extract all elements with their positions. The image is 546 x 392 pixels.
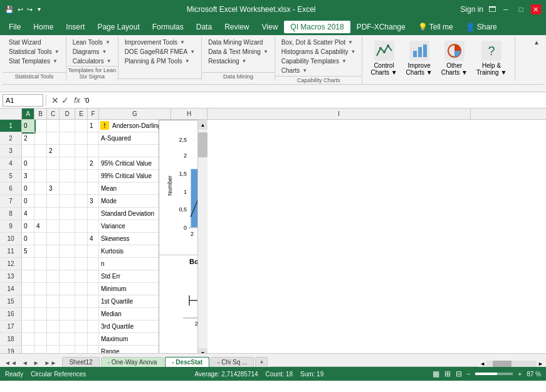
cell-f15[interactable] bbox=[88, 295, 99, 308]
menu-review[interactable]: Review bbox=[218, 21, 255, 33]
cell-a13[interactable] bbox=[22, 270, 34, 283]
cell-b8[interactable] bbox=[34, 208, 47, 220]
cell-d3[interactable] bbox=[60, 145, 75, 157]
zoom-slider[interactable] bbox=[475, 373, 513, 375]
scroll-track[interactable] bbox=[198, 130, 207, 348]
cell-d9[interactable] bbox=[60, 220, 75, 233]
cell-f6[interactable] bbox=[88, 183, 99, 195]
cell-a17[interactable] bbox=[22, 320, 34, 333]
cell-e19[interactable] bbox=[75, 346, 88, 353]
cell-c10[interactable] bbox=[47, 233, 60, 245]
cell-e1[interactable] bbox=[75, 120, 88, 132]
cell-c3[interactable]: 2 bbox=[47, 145, 60, 157]
cell-b3[interactable] bbox=[34, 145, 47, 157]
cell-c16[interactable] bbox=[47, 308, 60, 320]
improve-charts-button[interactable]: ImproveCharts ▼ bbox=[403, 39, 436, 78]
row-num-13[interactable]: 13 bbox=[0, 270, 21, 283]
lean-tools-button[interactable]: Lean Tools ▼ bbox=[69, 38, 115, 47]
menu-view[interactable]: View bbox=[256, 21, 285, 33]
cell-e11[interactable] bbox=[75, 245, 88, 258]
statistical-tools-button[interactable]: Statistical Tools ▼ bbox=[5, 47, 63, 56]
cell-b15[interactable] bbox=[34, 295, 47, 308]
improvement-tools-button[interactable]: Improvement Tools ▼ bbox=[121, 38, 199, 47]
cell-d14[interactable] bbox=[60, 283, 75, 295]
capability-templates-button[interactable]: Capability Templates ▼ bbox=[278, 56, 360, 66]
menu-insert[interactable]: Insert bbox=[60, 21, 91, 33]
menu-page-layout[interactable]: Page Layout bbox=[91, 21, 145, 33]
cell-c7[interactable] bbox=[47, 195, 60, 208]
cell-a11[interactable]: 5 bbox=[22, 245, 34, 258]
row-num-7[interactable]: 7 bbox=[0, 195, 21, 208]
cell-f1[interactable]: 1 bbox=[88, 120, 99, 132]
formula-cancel-button[interactable]: ✕ bbox=[51, 95, 59, 105]
cell-f16[interactable] bbox=[88, 308, 99, 320]
data-text-mining-button[interactable]: Data & Text Mining ▼ bbox=[204, 47, 272, 56]
scroll-down-button[interactable]: ▼ bbox=[198, 348, 207, 353]
cell-c12[interactable] bbox=[47, 258, 60, 270]
row-num-14[interactable]: 14 bbox=[0, 283, 21, 295]
cell-a3[interactable] bbox=[22, 145, 34, 157]
cell-d11[interactable] bbox=[60, 245, 75, 258]
data-mining-wizard-button[interactable]: Data Mining Wizard bbox=[204, 38, 272, 47]
maximize-button[interactable]: □ bbox=[516, 4, 526, 14]
cell-e4[interactable] bbox=[75, 157, 88, 170]
cell-e17[interactable] bbox=[75, 320, 88, 333]
cell-a5[interactable]: 3 bbox=[22, 170, 34, 183]
cell-f11[interactable] bbox=[88, 245, 99, 258]
row-num-11[interactable]: 11 bbox=[0, 245, 21, 258]
cell-f14[interactable] bbox=[88, 283, 99, 295]
col-header-d[interactable]: D bbox=[60, 109, 75, 119]
row-num-17[interactable]: 17 bbox=[0, 320, 21, 333]
vertical-scrollbar[interactable]: ▲ ▼ bbox=[197, 120, 207, 353]
cell-f10[interactable]: 4 bbox=[88, 233, 99, 245]
cell-f9[interactable] bbox=[88, 220, 99, 233]
undo-icon[interactable]: ↩ bbox=[18, 6, 23, 14]
cell-a15[interactable] bbox=[22, 295, 34, 308]
normal-view-button[interactable]: ▦ bbox=[433, 369, 439, 378]
cell-b1[interactable] bbox=[34, 120, 47, 132]
cell-d6[interactable] bbox=[60, 183, 75, 195]
cell-c5[interactable] bbox=[47, 170, 60, 183]
cell-d15[interactable] bbox=[60, 295, 75, 308]
box-dot-scatter-button[interactable]: Box, Dot & Scatter Plot ▼ bbox=[278, 38, 360, 47]
close-button[interactable]: ✕ bbox=[531, 4, 541, 14]
cell-c1[interactable] bbox=[47, 120, 60, 132]
cell-d16[interactable] bbox=[60, 308, 75, 320]
cell-d8[interactable] bbox=[60, 208, 75, 220]
doe-button[interactable]: DOE GageR&R FMEA ▼ bbox=[121, 47, 199, 56]
cell-b19[interactable] bbox=[34, 346, 47, 353]
cell-a10[interactable]: 0 bbox=[22, 233, 34, 245]
customize-icon[interactable]: ▼ bbox=[36, 6, 42, 13]
cell-f8[interactable] bbox=[88, 208, 99, 220]
cell-b13[interactable] bbox=[34, 270, 47, 283]
menu-share[interactable]: 👤 Share bbox=[459, 21, 503, 33]
row-num-12[interactable]: 12 bbox=[0, 258, 21, 270]
cell-a16[interactable] bbox=[22, 308, 34, 320]
cell-c6[interactable]: 3 bbox=[47, 183, 60, 195]
cell-f19[interactable] bbox=[88, 346, 99, 353]
menu-home[interactable]: Home bbox=[27, 21, 60, 33]
cell-c14[interactable] bbox=[47, 283, 60, 295]
save-icon[interactable]: 💾 bbox=[5, 6, 14, 14]
formula-input[interactable] bbox=[83, 97, 543, 104]
cell-b6[interactable] bbox=[34, 183, 47, 195]
other-charts-button[interactable]: OtherCharts ▼ bbox=[438, 39, 471, 78]
menu-qi-macros[interactable]: QI Macros 2018 bbox=[284, 21, 350, 33]
restacking-button[interactable]: Restacking ▼ bbox=[204, 56, 272, 66]
cell-b7[interactable] bbox=[34, 195, 47, 208]
col-header-g[interactable]: G bbox=[99, 109, 171, 119]
cell-a18[interactable] bbox=[22, 333, 34, 346]
col-header-chart-area[interactable]: I bbox=[207, 109, 471, 119]
cell-a2[interactable]: 2 bbox=[22, 132, 34, 145]
col-header-b[interactable]: B bbox=[34, 109, 47, 119]
cell-e7[interactable] bbox=[75, 195, 88, 208]
col-header-a[interactable]: A bbox=[22, 109, 34, 119]
cell-f17[interactable] bbox=[88, 320, 99, 333]
formula-confirm-button[interactable]: ✓ bbox=[61, 95, 69, 105]
cell-c2[interactable] bbox=[47, 132, 60, 145]
cell-d12[interactable] bbox=[60, 258, 75, 270]
zoom-in-button[interactable]: + bbox=[518, 371, 522, 378]
cell-c4[interactable] bbox=[47, 157, 60, 170]
cell-e14[interactable] bbox=[75, 283, 88, 295]
cell-a1[interactable]: 0 bbox=[22, 120, 34, 132]
